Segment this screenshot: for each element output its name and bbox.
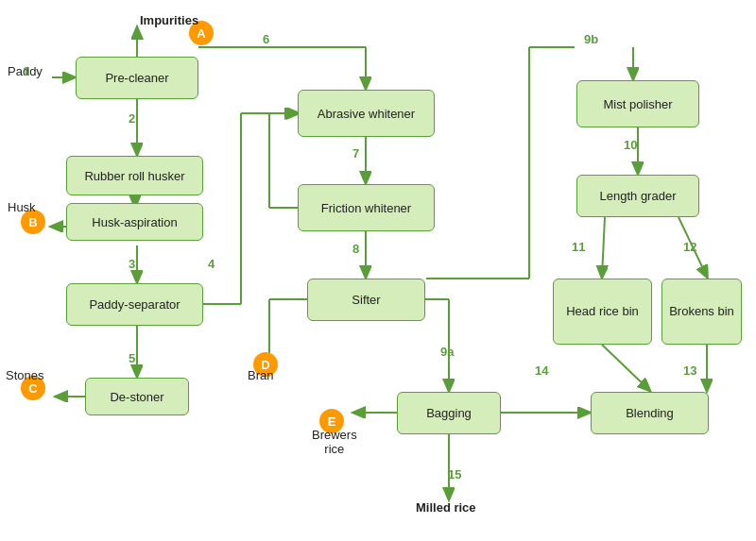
step-9a: 9a bbox=[440, 345, 454, 359]
step-5: 5 bbox=[129, 351, 135, 365]
abrasive-whitener-box: Abrasive whitener bbox=[298, 90, 435, 137]
step-9b: 9b bbox=[584, 32, 598, 46]
husk-aspiration-box: Husk-aspiration bbox=[66, 203, 203, 241]
step-12: 12 bbox=[683, 240, 696, 254]
milled-rice-label: Milled rice bbox=[416, 500, 476, 515]
de-stoner-box: De-stoner bbox=[85, 378, 189, 415]
step-2: 2 bbox=[129, 111, 135, 126]
impurities-label: Impurities bbox=[140, 13, 198, 27]
paddy-separator-box: Paddy-separator bbox=[66, 283, 203, 326]
pre-cleaner-box: Pre-cleaner bbox=[76, 57, 198, 99]
brewers-rice-label: Brewersrice bbox=[312, 428, 357, 456]
step-15: 15 bbox=[448, 467, 461, 482]
length-grader-box: Length grader bbox=[576, 175, 699, 217]
step-3: 3 bbox=[129, 257, 135, 271]
friction-whitener-box: Friction whitener bbox=[298, 184, 435, 231]
sifter-box: Sifter bbox=[307, 279, 425, 321]
stones-label: Stones bbox=[6, 368, 43, 382]
bran-label: Bran bbox=[248, 368, 273, 382]
step-7: 7 bbox=[352, 146, 359, 161]
mist-polisher-box: Mist polisher bbox=[576, 80, 699, 127]
rubber-roll-husker-box: Rubber roll husker bbox=[66, 156, 203, 195]
blending-box: Blending bbox=[591, 392, 709, 434]
husk-label: Husk bbox=[8, 200, 36, 214]
step-6: 6 bbox=[263, 32, 269, 46]
step-8: 8 bbox=[352, 242, 359, 256]
step-4: 4 bbox=[208, 257, 215, 271]
brokens-bin-box: Brokens bin bbox=[662, 279, 742, 345]
step-11: 11 bbox=[572, 240, 585, 254]
step-10: 10 bbox=[624, 138, 637, 152]
step-13: 13 bbox=[683, 363, 696, 378]
flow-diagram: Pre-cleaner Rubber roll husker Husk-aspi… bbox=[0, 0, 756, 541]
svg-line-29 bbox=[602, 217, 605, 277]
step-1: 1 bbox=[23, 64, 29, 78]
step-14: 14 bbox=[535, 363, 548, 378]
bagging-box: Bagging bbox=[397, 392, 501, 434]
head-rice-bin-box: Head rice bin bbox=[553, 279, 652, 345]
svg-line-32 bbox=[602, 345, 649, 390]
